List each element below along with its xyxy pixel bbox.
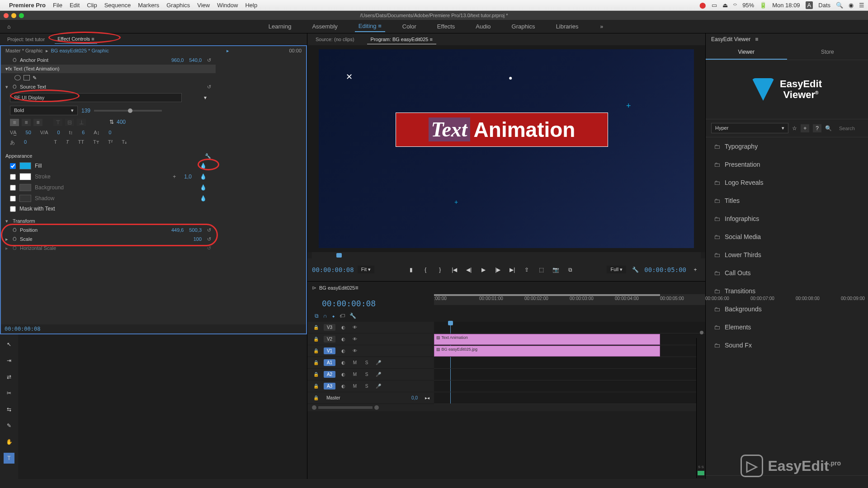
lock-icon[interactable]: 🔒 <box>312 348 320 353</box>
record-icon[interactable]: ⬤ <box>699 2 706 9</box>
tl-settings-icon[interactable]: 🏷 <box>340 313 345 319</box>
cat-titles[interactable]: 🗀Titles <box>706 192 868 210</box>
ws-graphics[interactable]: Graphics <box>508 21 539 32</box>
position-reset-icon[interactable]: ↺ <box>207 227 211 233</box>
align-vcenter-icon[interactable]: ⊟ <box>65 119 74 126</box>
ws-assembly[interactable]: Assembly <box>308 21 341 32</box>
marker-icon[interactable]: ⬥ <box>332 313 335 319</box>
program-monitor[interactable]: ✕ ● + + Text Animation <box>307 45 705 252</box>
type-tool-icon[interactable]: T <box>4 453 14 464</box>
program-tab[interactable]: Program: BG easyEdit025 ≡ <box>367 35 436 44</box>
anchor-reset-icon[interactable]: ↺ <box>207 57 211 63</box>
cat-sound-fx[interactable]: 🗀Sound Fx <box>706 336 868 354</box>
ws-audio[interactable]: Audio <box>472 21 494 32</box>
align-top-icon[interactable]: ⊤ <box>53 119 62 126</box>
position-y[interactable]: 500,3 <box>189 227 202 233</box>
source-tab[interactable]: Source: (no clips) <box>312 35 358 44</box>
snap-icon[interactable]: ⧉ <box>315 313 319 319</box>
viewer-tab[interactable]: Viewer <box>706 45 787 60</box>
clock[interactable]: Mon 18:09 <box>772 2 800 9</box>
lock-icon[interactable]: 🔒 <box>312 372 320 377</box>
background-color[interactable] <box>19 184 31 191</box>
razor-tool-icon[interactable]: ✂ <box>4 388 14 399</box>
track-a3[interactable]: A3 <box>324 383 335 389</box>
tab-effect-controls[interactable]: Effect Controls ≡ <box>55 34 97 44</box>
menu-markers[interactable]: Markers <box>138 2 159 9</box>
subscript-icon[interactable]: T₂ <box>122 139 127 146</box>
allcaps-icon[interactable]: TT <box>78 139 84 146</box>
align-bottom-icon[interactable]: ⊥ <box>77 119 86 126</box>
text-section[interactable]: ▾fx Text (Text Animation) <box>1 65 216 73</box>
source-text-reset-icon[interactable]: ↺ <box>207 84 211 90</box>
tab-project[interactable]: Project: text tutor <box>5 35 47 44</box>
menu-clip[interactable]: Clip <box>87 2 97 9</box>
scale-reset-icon[interactable]: ↺ <box>207 236 211 242</box>
tracking-value[interactable]: 50 <box>26 130 31 136</box>
track-v2[interactable]: V2 <box>324 336 335 343</box>
mark-out-icon[interactable]: } <box>434 264 445 275</box>
ws-color[interactable]: Color <box>399 21 420 32</box>
add-stroke-icon[interactable]: + <box>173 174 176 180</box>
search-input[interactable] <box>835 124 863 133</box>
app-name[interactable]: Premiere Pro <box>9 2 46 9</box>
zoom-in-handle[interactable] <box>374 405 379 410</box>
hscale-reset-icon[interactable]: ↺ <box>207 245 211 251</box>
siri-icon[interactable]: ◉ <box>849 2 854 9</box>
anchor-x[interactable]: 960,0 <box>171 57 184 63</box>
comparison-icon[interactable]: ⧉ <box>565 264 576 275</box>
superscript-icon[interactable]: T² <box>108 139 113 146</box>
ripple-tool-icon[interactable]: ⇄ <box>4 371 14 382</box>
fill-checkbox[interactable] <box>10 163 16 169</box>
zoom-bar[interactable] <box>318 406 373 409</box>
tsume-value[interactable]: 6 <box>82 130 85 136</box>
ws-overflow-icon[interactable]: » <box>600 23 603 30</box>
align-left-icon[interactable]: ≡ <box>10 119 19 126</box>
add-icon[interactable]: + <box>801 124 809 132</box>
clip-text-animation[interactable]: ▧ Text Animation <box>434 334 660 345</box>
smallcaps-icon[interactable]: Tᴛ <box>93 139 99 146</box>
shadow-color[interactable] <box>19 195 31 202</box>
cat-infographics[interactable]: 🗀Infographics <box>706 210 868 228</box>
mic-icon[interactable]: 🎤 <box>374 372 382 377</box>
go-out-icon[interactable]: ▶| <box>507 264 518 275</box>
ec-clip[interactable]: BG easyEdit025 * Graphic <box>51 48 109 54</box>
cat-social-media[interactable]: 🗀Social Media <box>706 228 868 246</box>
search-icon[interactable]: 🔍 <box>825 125 832 131</box>
master-label[interactable]: Master <box>326 395 340 400</box>
track-a2[interactable]: A2 <box>324 371 335 378</box>
export-frame-icon[interactable]: 📷 <box>550 264 561 275</box>
home-icon[interactable]: ⌂ <box>7 23 10 30</box>
cat-typography[interactable]: 🗀Typography <box>706 137 868 155</box>
scroll-handle[interactable] <box>700 331 703 334</box>
track-a1[interactable]: A1 <box>324 359 335 366</box>
size-slider[interactable] <box>128 108 132 113</box>
store-tab[interactable]: Store <box>787 45 868 60</box>
align-right-icon[interactable]: ≡ <box>33 119 42 126</box>
mask-pen-icon[interactable]: ✎ <box>33 75 37 81</box>
step-fwd-icon[interactable]: |▶ <box>492 264 503 275</box>
slip-tool-icon[interactable]: ⇆ <box>4 404 14 415</box>
mask-ellipse-icon[interactable] <box>14 75 21 80</box>
minimize-window[interactable] <box>11 13 16 18</box>
ws-editing[interactable]: Editing ≡ <box>355 21 385 32</box>
scale-value[interactable]: 100 <box>193 236 202 242</box>
menu-view[interactable]: View <box>197 2 210 9</box>
weight-dropdown[interactable]: Bold ▾ <box>10 106 78 115</box>
anchor-y[interactable]: 540,0 <box>189 57 202 63</box>
mask-text-checkbox[interactable] <box>10 206 16 212</box>
fill-color[interactable] <box>19 162 31 169</box>
airplay-icon[interactable]: ⏏ <box>722 2 728 9</box>
stroke-color[interactable] <box>19 173 31 180</box>
shadow-eyedropper-icon[interactable]: 💧 <box>200 195 207 202</box>
lock-icon[interactable]: 🔒 <box>312 325 320 330</box>
background-eyedropper-icon[interactable]: 💧 <box>200 184 207 191</box>
play-icon[interactable]: ▶ <box>478 264 489 275</box>
linked-sel-icon[interactable]: ∩ <box>323 313 327 319</box>
ws-libraries[interactable]: Libraries <box>552 21 582 32</box>
mic-icon[interactable]: 🎤 <box>374 384 382 389</box>
cat-logo-reveals[interactable]: 🗀Logo Reveals <box>706 174 868 192</box>
work-area[interactable] <box>434 294 660 296</box>
mark-in-icon[interactable]: ▮ <box>406 264 416 275</box>
eye-icon[interactable]: 👁 <box>351 325 359 330</box>
lift-icon[interactable]: ⇪ <box>521 264 532 275</box>
